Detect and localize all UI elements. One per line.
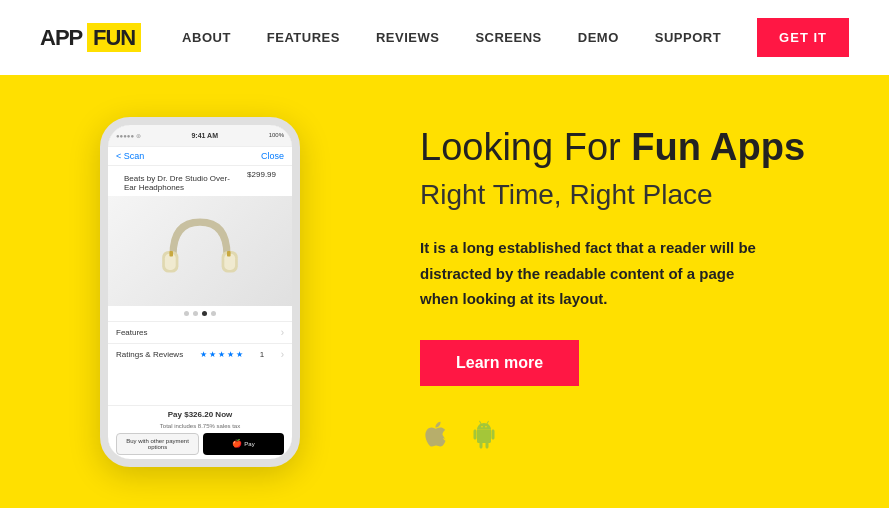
back-button[interactable]: < Scan: [116, 151, 144, 161]
logo: APP FUN: [40, 25, 141, 51]
close-button[interactable]: Close: [261, 151, 284, 161]
dot-2: [193, 311, 198, 316]
nav-support[interactable]: SUPPORT: [655, 30, 721, 45]
learn-more-button[interactable]: Learn more: [420, 340, 579, 386]
buy-section: Pay $326.20 Now Total includes 8.75% sal…: [108, 405, 292, 459]
phone-battery: 100%: [269, 132, 284, 138]
features-arrow: ›: [281, 327, 284, 338]
apple-store-icon[interactable]: [420, 418, 452, 458]
phone-screen: < Scan Close Beats by Dr. Dre Studio Ove…: [108, 147, 292, 459]
get-it-button[interactable]: GET IT: [757, 18, 849, 57]
store-icons: [420, 418, 829, 458]
features-label: Features: [116, 328, 148, 337]
dot-3: [202, 311, 207, 316]
dot-4: [211, 311, 216, 316]
hero-heading-normal: Looking For: [420, 126, 631, 168]
nav-screens[interactable]: SCREENS: [475, 30, 541, 45]
header: APP FUN ABOUT FEATURES REVIEWS SCREENS D…: [0, 0, 889, 75]
nav-features[interactable]: FEATURES: [267, 30, 340, 45]
android-store-icon[interactable]: [472, 420, 504, 456]
phone-time: 9:41 AM: [191, 132, 218, 139]
ratings-label: Ratings & Reviews: [116, 350, 183, 359]
product-header: Beats by Dr. Dre Studio Over-Ear Headpho…: [108, 166, 292, 196]
phone-mockup: ●●●●● ⊛ 9:41 AM 100% < Scan Close Beats …: [60, 117, 340, 467]
buy-buttons: Buy with other payment options 🍎 Pay: [108, 429, 292, 459]
hero-body-text: It is a long established fact that a rea…: [420, 235, 760, 312]
nav-reviews[interactable]: REVIEWS: [376, 30, 439, 45]
hero-heading: Looking For Fun Apps: [420, 125, 829, 171]
product-image: [108, 196, 292, 306]
apple-pay-button[interactable]: 🍎 Pay: [203, 433, 284, 455]
screen-nav-bar: < Scan Close: [108, 147, 292, 166]
features-row[interactable]: Features ›: [108, 321, 292, 343]
svg-rect-5: [227, 251, 231, 256]
nav-demo[interactable]: DEMO: [578, 30, 619, 45]
rating-count: 1: [260, 350, 264, 359]
ratings-arrow: ›: [281, 349, 284, 360]
hero-subheading: Right Time, Right Place: [420, 179, 829, 211]
dot-1: [184, 311, 189, 316]
nav-about[interactable]: ABOUT: [182, 30, 231, 45]
product-price: $299.99: [239, 170, 284, 196]
phone: ●●●●● ⊛ 9:41 AM 100% < Scan Close Beats …: [100, 117, 300, 467]
svg-rect-4: [169, 251, 173, 256]
logo-fun: FUN: [87, 23, 141, 52]
product-title: Beats by Dr. Dre Studio Over-Ear Headpho…: [116, 170, 239, 196]
phone-status-bar: ●●●●● ⊛ 9:41 AM 100%: [108, 125, 292, 147]
stars: ★ ★ ★ ★ ★: [200, 350, 244, 359]
hero-heading-bold: Fun Apps: [631, 126, 805, 168]
pay-now-label: Pay $326.20 Now: [108, 406, 292, 423]
image-dots: [108, 306, 292, 321]
buy-other-button[interactable]: Buy with other payment options: [116, 433, 199, 455]
headphones-svg: [155, 206, 245, 296]
hero-text: Looking For Fun Apps Right Time, Right P…: [400, 125, 829, 457]
ratings-row[interactable]: Ratings & Reviews ★ ★ ★ ★ ★ 1 ›: [108, 343, 292, 365]
nav: ABOUT FEATURES REVIEWS SCREENS DEMO SUPP…: [182, 18, 849, 57]
hero-section: ●●●●● ⊛ 9:41 AM 100% < Scan Close Beats …: [0, 75, 889, 508]
